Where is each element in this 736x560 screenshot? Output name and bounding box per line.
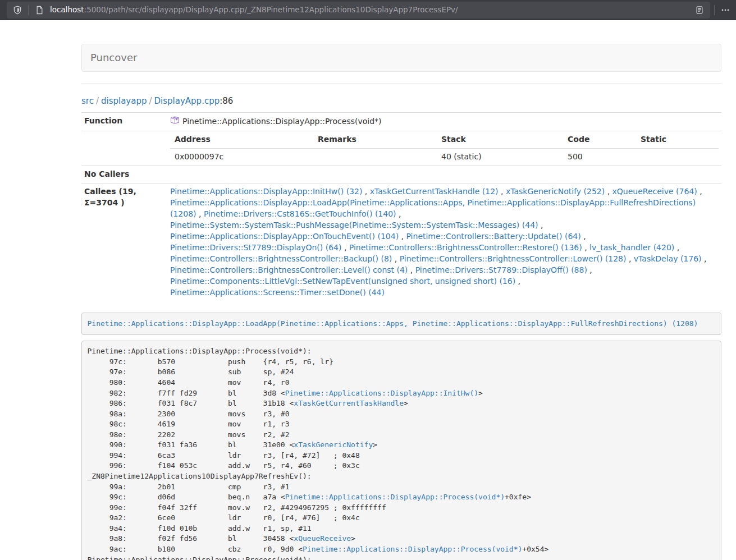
url-host: localhost <box>50 5 84 14</box>
divider <box>28 5 29 15</box>
table-row: 0x0000097c 40 (static) 500 <box>170 149 719 166</box>
static-value <box>636 149 719 166</box>
breadcrumb-link[interactable]: displayapp <box>101 96 147 106</box>
callee-link[interactable]: vTaskDelay (176) <box>634 254 702 263</box>
table-row: Callees (19, Σ=3704 ) Pinetime::Applicat… <box>81 183 721 301</box>
callee-link[interactable]: xTaskGetCurrentTaskHandle (12) <box>370 187 499 196</box>
callee-link[interactable]: Pinetime::Components::LittleVgl::SetNewT… <box>170 277 515 286</box>
function-label: Function <box>81 113 167 131</box>
app-brand[interactable]: Puncover <box>82 44 145 72</box>
callee-link[interactable]: Pinetime::Applications::DisplayApp::OnTo… <box>170 232 399 241</box>
remarks-value <box>313 149 437 166</box>
function-name-cell: Pinetime::Applications::DisplayApp::Proc… <box>170 116 382 128</box>
code-symbol-link[interactable]: xTaskGenericNotify <box>294 440 373 449</box>
page-icon <box>32 3 47 17</box>
browser-toolbar: localhost:5000/path/src/displayapp/Displ… <box>0 0 736 20</box>
menu-icon[interactable] <box>718 3 733 17</box>
function-name: Pinetime::Applications::DisplayApp::Proc… <box>182 116 382 127</box>
breadcrumb-link[interactable]: DisplayApp.cpp <box>154 96 220 106</box>
no-callers-label: No Callers <box>81 166 167 183</box>
code-symbol-link[interactable]: Pinetime::Applications::DisplayApp::Init… <box>285 389 478 397</box>
callee-link[interactable]: xQueueReceive (764) <box>612 187 697 196</box>
url-bar[interactable]: localhost:5000/path/src/displayapp/Displ… <box>7 2 710 19</box>
breadcrumb-separator: / <box>94 96 101 106</box>
disassembly-block: Pinetime::Applications::DisplayApp::Proc… <box>81 341 721 560</box>
column-header-code: Code <box>563 131 636 148</box>
callee-link[interactable]: Pinetime::Controllers::BrightnessControl… <box>170 254 392 263</box>
column-header-stack: Stack <box>437 131 563 148</box>
callees-label: Callees (19, Σ=3704 ) <box>81 183 167 301</box>
address-value: 0x0000097c <box>170 149 313 166</box>
callee-link[interactable]: Pinetime::Controllers::BrightnessControl… <box>170 265 408 274</box>
loadapp-symbol-block: Pinetime::Applications::DisplayApp::Load… <box>81 313 721 335</box>
disassembly-code: Pinetime::Applications::DisplayApp::Proc… <box>88 347 549 560</box>
column-header-address: Address <box>170 131 313 148</box>
app-navbar: Puncover <box>81 44 721 72</box>
callee-link[interactable]: lv_task_handler (420) <box>589 243 674 252</box>
callee-link[interactable]: Pinetime::Controllers::BrightnessControl… <box>349 243 582 252</box>
callee-link[interactable]: Pinetime::Controllers::Battery::Update()… <box>406 232 580 241</box>
code-symbol-link[interactable]: Pinetime::Applications::DisplayApp::Proc… <box>285 493 505 501</box>
divider-rule <box>81 83 721 84</box>
code-symbol-link[interactable]: xQueueReceive <box>294 534 351 543</box>
callee-link[interactable]: xTaskGenericNotify (252) <box>506 187 605 196</box>
table-row: Address Remarks Stack Code Static 0x0000… <box>81 131 721 166</box>
table-row: Function Pinetime::Applications::Display… <box>81 113 721 131</box>
url-text: localhost:5000/path/src/displayapp/Displ… <box>50 4 692 15</box>
divider <box>714 5 715 15</box>
code-symbol-link[interactable]: Pinetime::Applications::DisplayApp::Proc… <box>303 545 522 553</box>
breadcrumb-line-number: :86 <box>220 96 233 106</box>
code-symbol-link[interactable]: xTaskGetCurrentTaskHandle <box>294 399 404 407</box>
code-size-value: 500 <box>563 149 636 166</box>
package-icon <box>170 116 179 128</box>
column-header-static: Static <box>636 131 719 148</box>
breadcrumb-separator: / <box>147 96 154 106</box>
table-row: No Callers <box>81 166 721 183</box>
reader-view-icon[interactable] <box>692 3 707 17</box>
callee-link[interactable]: Pinetime::Drivers::St7789::DisplayOn() (… <box>170 243 341 252</box>
loadapp-symbol-link[interactable]: Pinetime::Applications::DisplayApp::Load… <box>88 319 698 328</box>
stack-value: 40 (static) <box>437 149 563 166</box>
callee-link[interactable]: Pinetime::Applications::Screens::Timer::… <box>170 288 385 297</box>
breadcrumb: src/displayapp/DisplayApp.cpp:86 <box>81 95 721 107</box>
callees-list: Pinetime::Applications::DisplayApp::Init… <box>167 183 721 301</box>
column-header-remarks: Remarks <box>313 131 437 148</box>
page: Puncover src/displayapp/DisplayApp.cpp:8… <box>0 20 736 560</box>
callee-link[interactable]: Pinetime::Drivers::St7789::DisplayOff() … <box>415 265 587 274</box>
callee-link[interactable]: Pinetime::System::SystemTask::PushMessag… <box>170 221 538 229</box>
shield-icon[interactable] <box>10 3 25 17</box>
function-info-table: Function Pinetime::Applications::Display… <box>81 112 721 301</box>
url-path: :5000/path/src/displayapp/DisplayApp.cpp… <box>84 5 458 14</box>
callee-link[interactable]: Pinetime::Drivers::Cst816S::GetTouchInfo… <box>204 209 396 218</box>
callee-link[interactable]: Pinetime::Applications::DisplayApp::Init… <box>170 187 362 196</box>
breadcrumb-link[interactable]: src <box>81 96 94 106</box>
callee-link[interactable]: Pinetime::Controllers::BrightnessControl… <box>400 254 627 263</box>
function-stats-table: Address Remarks Stack Code Static 0x0000… <box>170 131 719 166</box>
